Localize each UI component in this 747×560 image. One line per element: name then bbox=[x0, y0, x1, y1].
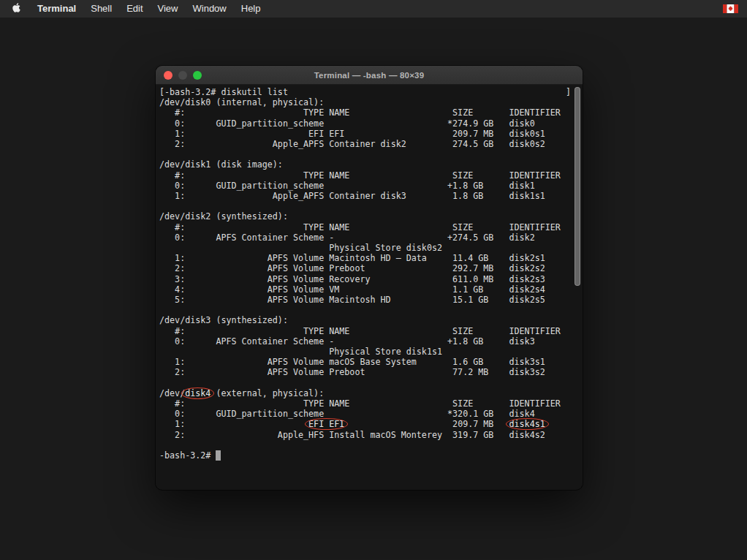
terminal-line bbox=[159, 378, 583, 388]
terminal-line: #: TYPE NAME SIZE IDENTIFIER bbox=[159, 326, 583, 336]
menu-bar: Terminal Shell Edit View Window Help bbox=[0, 0, 747, 18]
terminal-line: /dev/disk1 (disk image): bbox=[159, 159, 583, 170]
annotation-circle: disk4 bbox=[185, 388, 211, 398]
terminal-line: -bash-3.2# bbox=[159, 450, 583, 461]
terminal-line: 0: GUID_partition_scheme *274.9 GB disk0 bbox=[159, 118, 583, 129]
terminal-text: #: TYPE NAME SIZE IDENTIFIER bbox=[159, 170, 561, 181]
terminal-line: 0: APFS Container Scheme - +274.5 GB dis… bbox=[159, 232, 583, 243]
terminal-text: 1: bbox=[159, 419, 308, 429]
terminal-text: 4: APFS Volume VM 1.1 GB disk2s4 bbox=[159, 284, 545, 295]
terminal-line: /dev/disk3 (synthesized): bbox=[159, 315, 583, 325]
terminal-line: 4: APFS Volume VM 1.1 GB disk2s4 bbox=[159, 284, 583, 295]
terminal-text: 0: APFS Container Scheme - +274.5 GB dis… bbox=[159, 232, 535, 243]
terminal-line: 2: APFS Volume Preboot 292.7 MB disk2s2 bbox=[159, 263, 583, 273]
terminal-line: /dev/disk0 (internal, physical): bbox=[159, 97, 583, 107]
terminal-line: #: TYPE NAME SIZE IDENTIFIER bbox=[159, 170, 583, 181]
menu-item-terminal[interactable]: Terminal bbox=[30, 0, 83, 18]
terminal-text: /dev/disk0 (internal, physical): bbox=[159, 97, 324, 107]
window-title: Terminal — -bash — 80×39 bbox=[314, 71, 425, 80]
terminal-line: 2: Apple_APFS Container disk2 274.5 GB d… bbox=[159, 139, 583, 149]
terminal-text: #: TYPE NAME SIZE IDENTIFIER bbox=[159, 222, 561, 232]
apple-icon bbox=[12, 2, 21, 15]
terminal-window: Terminal — -bash — 80×39 [-bash-3.2# dis… bbox=[156, 66, 583, 490]
terminal-line: 0: APFS Container Scheme - +1.8 GB disk3 bbox=[159, 336, 583, 347]
terminal-text: 2: Apple_HFS Install macOS Monterey 319.… bbox=[159, 430, 545, 440]
terminal-text: 1: APFS Volume Macintosh HD — Data 11.4 … bbox=[159, 253, 545, 263]
terminal-text: 0: GUID_partition_scheme +1.8 GB disk1 bbox=[159, 181, 535, 191]
terminal-line bbox=[159, 305, 583, 315]
terminal-line: Physical Store disk1s1 bbox=[159, 347, 583, 357]
terminal-text: -bash-3.2# bbox=[159, 450, 216, 461]
terminal-line: 1: Apple_APFS Container disk3 1.8 GB dis… bbox=[159, 191, 583, 201]
title-bar[interactable]: Terminal — -bash — 80×39 bbox=[156, 66, 583, 85]
minimize-button[interactable] bbox=[178, 71, 187, 80]
terminal-line: /dev/disk2 (synthesized): bbox=[159, 211, 583, 222]
menu-item-view[interactable]: View bbox=[151, 0, 186, 18]
terminal-text: 1: EFI EFI 209.7 MB disk0s1 bbox=[159, 129, 545, 139]
terminal-line: #: TYPE NAME SIZE IDENTIFIER bbox=[159, 398, 583, 409]
zoom-button[interactable] bbox=[193, 71, 202, 80]
terminal-text: (external, physical): bbox=[211, 388, 324, 398]
terminal-line: 1: APFS Volume macOS Base System 1.6 GB … bbox=[159, 357, 583, 367]
menu-item-edit[interactable]: Edit bbox=[119, 0, 150, 18]
menu-item-shell[interactable]: Shell bbox=[83, 0, 119, 18]
terminal-line: 2: Apple_HFS Install macOS Monterey 319.… bbox=[159, 430, 583, 440]
terminal-text: 0: APFS Container Scheme - +1.8 GB disk3 bbox=[159, 336, 535, 347]
terminal-text: 1: Apple_APFS Container disk3 1.8 GB dis… bbox=[159, 191, 545, 201]
terminal-line: 1: APFS Volume Macintosh HD — Data 11.4 … bbox=[159, 253, 583, 263]
terminal-line: 0: GUID_partition_scheme *320.1 GB disk4 bbox=[159, 409, 583, 419]
terminal-line: 5: APFS Volume Macintosh HD 15.1 GB disk… bbox=[159, 295, 583, 305]
scrollbar-thumb[interactable] bbox=[575, 87, 580, 286]
terminal-line bbox=[159, 149, 583, 159]
terminal-text: 3: APFS Volume Recovery 611.0 MB disk2s3 bbox=[159, 274, 545, 284]
terminal-text: [-bash-3.2# diskutil list ] bbox=[159, 87, 571, 97]
apple-menu[interactable] bbox=[0, 2, 30, 15]
terminal-text: 1: APFS Volume macOS Base System 1.6 GB … bbox=[159, 357, 545, 367]
terminal-text: /dev/disk2 (synthesized): bbox=[159, 211, 288, 222]
terminal-text: #: TYPE NAME SIZE IDENTIFIER bbox=[159, 326, 561, 336]
annotation-circle: disk4s1 bbox=[509, 419, 545, 429]
terminal-text: Physical Store disk0s2 bbox=[159, 243, 442, 253]
terminal-output[interactable]: [-bash-3.2# diskutil list ]/dev/disk0 (i… bbox=[156, 85, 583, 489]
terminal-text: /dev/ bbox=[159, 388, 185, 398]
terminal-text: 209.7 MB bbox=[344, 419, 509, 429]
terminal-line: 1: EFI EFI 209.7 MB disk0s1 bbox=[159, 129, 583, 139]
terminal-cursor bbox=[216, 450, 221, 461]
terminal-text: 0: GUID_partition_scheme *274.9 GB disk0 bbox=[159, 118, 535, 129]
terminal-line bbox=[159, 440, 583, 450]
terminal-line: 1: EFI EFI 209.7 MB disk4s1 bbox=[159, 419, 583, 429]
terminal-line: [-bash-3.2# diskutil list ] bbox=[159, 87, 583, 97]
terminal-text: 5: APFS Volume Macintosh HD 15.1 GB disk… bbox=[159, 295, 545, 305]
terminal-line: 0: GUID_partition_scheme +1.8 GB disk1 bbox=[159, 181, 583, 191]
terminal-line: Physical Store disk0s2 bbox=[159, 243, 583, 253]
terminal-text: /dev/disk1 (disk image): bbox=[159, 159, 283, 170]
menu-item-help[interactable]: Help bbox=[234, 0, 268, 18]
terminal-line: 3: APFS Volume Recovery 611.0 MB disk2s3 bbox=[159, 274, 583, 284]
terminal-text: 2: Apple_APFS Container disk2 274.5 GB d… bbox=[159, 139, 545, 149]
terminal-line bbox=[159, 201, 583, 211]
terminal-line: /dev/disk4 (external, physical): bbox=[159, 388, 583, 398]
terminal-text: 2: APFS Volume Preboot 77.2 MB disk3s2 bbox=[159, 367, 545, 377]
terminal-line: 2: APFS Volume Preboot 77.2 MB disk3s2 bbox=[159, 367, 583, 377]
terminal-text: /dev/disk3 (synthesized): bbox=[159, 315, 288, 325]
canada-flag-icon[interactable] bbox=[723, 4, 738, 13]
terminal-lines: [-bash-3.2# diskutil list ]/dev/disk0 (i… bbox=[159, 87, 583, 461]
annotation-circle: EFI EFI bbox=[308, 419, 344, 429]
terminal-line: #: TYPE NAME SIZE IDENTIFIER bbox=[159, 222, 583, 232]
terminal-text: #: TYPE NAME SIZE IDENTIFIER bbox=[159, 107, 561, 118]
terminal-text: 2: APFS Volume Preboot 292.7 MB disk2s2 bbox=[159, 263, 545, 273]
menu-item-window[interactable]: Window bbox=[186, 0, 234, 18]
close-button[interactable] bbox=[164, 71, 172, 80]
terminal-text: Physical Store disk1s1 bbox=[159, 347, 442, 357]
terminal-line: #: TYPE NAME SIZE IDENTIFIER bbox=[159, 107, 583, 118]
terminal-text: 0: GUID_partition_scheme *320.1 GB disk4 bbox=[159, 409, 535, 419]
terminal-text: #: TYPE NAME SIZE IDENTIFIER bbox=[159, 398, 561, 409]
